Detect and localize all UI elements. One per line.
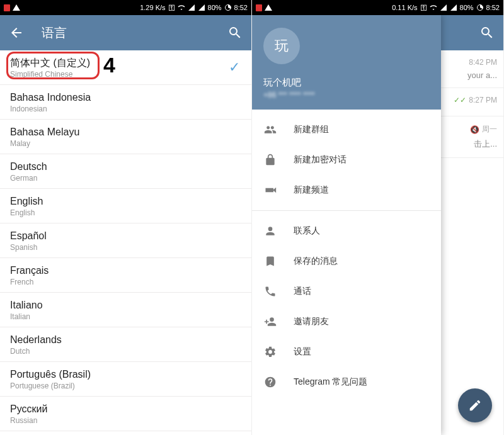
profile-phone: +86 *** **** **** bbox=[263, 91, 430, 99]
lang-sub: Dutch bbox=[10, 347, 241, 356]
net-speed: 0.11 K/s bbox=[392, 4, 417, 11]
language-row[interactable]: Português (Brasil)Portuguese (Brazil) bbox=[0, 362, 251, 397]
chat-time: 8:27 PM bbox=[469, 96, 497, 105]
drawer-item-saved[interactable]: 保存的消息 bbox=[252, 246, 441, 276]
drawer-label: 联系人 bbox=[294, 225, 320, 237]
lang-sub: Simplified Chinese bbox=[10, 70, 241, 79]
lang-label: English bbox=[10, 195, 241, 208]
battery-pct: 80% bbox=[460, 4, 474, 11]
status-bar: 1.29 K/s ⚿ 80% 8:52 bbox=[0, 0, 251, 15]
clock: 8:52 bbox=[486, 4, 500, 11]
back-icon[interactable] bbox=[9, 25, 24, 40]
group-icon bbox=[263, 123, 277, 137]
drawer-item-new-secret[interactable]: 新建加密对话 bbox=[252, 145, 441, 175]
drawer-item-contacts[interactable]: 联系人 bbox=[252, 216, 441, 246]
left-screen: 1.29 K/s ⚿ 80% 8:52 语言 简体中文 (自定义) Simpli… bbox=[0, 0, 252, 435]
drawer-item-new-group[interactable]: 新建群组 bbox=[252, 115, 441, 145]
page-title: 语言 bbox=[42, 25, 67, 42]
drawer-label: 新建频道 bbox=[294, 184, 329, 196]
wifi-icon bbox=[178, 4, 185, 11]
lang-sub: English bbox=[10, 208, 241, 217]
signal-icon bbox=[188, 4, 195, 11]
lang-label: Bahasa Melayu bbox=[10, 126, 241, 138]
language-row[interactable]: NederlandsDutch bbox=[0, 327, 251, 362]
signal-icon bbox=[440, 4, 447, 11]
drawer-label: 保存的消息 bbox=[294, 256, 338, 267]
language-row[interactable]: Bahasa MelayuMalay bbox=[0, 120, 251, 154]
drawer-header: 玩 玩个机吧 +86 *** **** **** bbox=[252, 15, 441, 110]
avatar[interactable]: 玩 bbox=[263, 28, 300, 64]
drawer-item-calls[interactable]: 通话 bbox=[252, 276, 441, 307]
lock-icon bbox=[263, 153, 277, 167]
help-icon bbox=[263, 375, 277, 389]
lang-label: Français bbox=[10, 264, 241, 277]
lang-sub: Indonesian bbox=[10, 105, 241, 113]
wifi-icon bbox=[430, 4, 437, 11]
lang-label: Nederlands bbox=[10, 334, 241, 346]
muted-icon: 🔇 bbox=[470, 125, 479, 134]
lang-label: Italiano bbox=[10, 299, 241, 312]
search-icon[interactable] bbox=[479, 25, 495, 40]
language-row[interactable]: РусскийRussian bbox=[0, 397, 251, 431]
lang-label: Русский bbox=[10, 403, 241, 415]
signal-icon-2 bbox=[450, 4, 457, 11]
drawer-item-new-channel[interactable]: 新建频道 bbox=[252, 175, 441, 205]
language-row[interactable]: 简体中文 (自定义) Simplified Chinese ✓ bbox=[0, 50, 251, 85]
compose-fab[interactable] bbox=[458, 388, 492, 422]
drawer-item-invite[interactable]: 邀请朋友 bbox=[252, 307, 441, 337]
battery-icon bbox=[224, 4, 232, 11]
appbar: 语言 bbox=[0, 15, 251, 50]
warning-icon bbox=[265, 4, 272, 11]
drawer-label: 邀请朋友 bbox=[294, 316, 329, 327]
vpn-key-icon: ⚿ bbox=[168, 4, 175, 11]
avatar-initial: 玩 bbox=[275, 37, 289, 55]
shopping-icon bbox=[4, 4, 10, 11]
warning-icon bbox=[13, 4, 20, 11]
search-icon[interactable] bbox=[227, 25, 243, 40]
language-row[interactable]: EnglishEnglish bbox=[0, 189, 251, 223]
megaphone-icon bbox=[263, 183, 277, 197]
lang-label: Deutsch bbox=[10, 161, 241, 173]
language-row[interactable]: ItalianoItalian bbox=[0, 293, 251, 327]
lang-sub: Italian bbox=[10, 312, 241, 321]
net-speed: 1.29 K/s bbox=[140, 4, 165, 11]
language-row[interactable]: EspañolSpanish bbox=[0, 223, 251, 258]
battery-icon bbox=[476, 4, 484, 11]
language-list: 简体中文 (自定义) Simplified Chinese ✓ Bahasa I… bbox=[0, 50, 251, 435]
drawer-label: 新建加密对话 bbox=[294, 154, 346, 166]
lang-sub: French bbox=[10, 278, 241, 286]
lang-label: 简体中文 (自定义) bbox=[10, 57, 241, 69]
chat-time: 8:42 PM bbox=[469, 58, 497, 67]
status-bar: 0.11 K/s ⚿ 80% 8:52 bbox=[252, 0, 503, 15]
annotation-number: 4 bbox=[103, 53, 115, 77]
drawer-list: 新建群组 新建加密对话 新建频道 联系人 保存的消息 通话 邀请朋友 设置 Te… bbox=[252, 110, 441, 402]
lang-label: Español bbox=[10, 230, 241, 242]
language-row[interactable]: Bahasa IndonesiaIndonesian bbox=[0, 85, 251, 120]
invite-icon bbox=[263, 315, 277, 329]
language-row[interactable]: DeutschGerman bbox=[0, 154, 251, 189]
lang-sub: German bbox=[10, 174, 241, 183]
lang-label: Bahasa Indonesia bbox=[10, 91, 241, 104]
drawer-item-settings[interactable]: 设置 bbox=[252, 337, 441, 367]
language-row[interactable]: УкраїнськаUkrainian bbox=[0, 431, 251, 435]
check-icon: ✓ bbox=[229, 59, 240, 76]
battery-pct: 80% bbox=[208, 4, 222, 11]
drawer-label: 新建群组 bbox=[294, 124, 329, 135]
shopping-icon bbox=[256, 4, 262, 11]
read-checks-icon: ✓✓ bbox=[454, 96, 466, 105]
drawer-label: 设置 bbox=[294, 346, 311, 358]
gear-icon bbox=[263, 345, 277, 359]
pencil-icon bbox=[468, 398, 482, 412]
lang-sub: Malay bbox=[10, 139, 241, 148]
lang-sub: Spanish bbox=[10, 243, 241, 252]
right-screen: 0.11 K/s ⚿ 80% 8:52 8:42 PM your a... ✓✓… bbox=[252, 0, 504, 435]
phone-icon bbox=[263, 285, 277, 298]
lang-label: Português (Brasil) bbox=[10, 368, 241, 381]
drawer-label: Telegram 常见问题 bbox=[294, 376, 367, 388]
drawer-item-faq[interactable]: Telegram 常见问题 bbox=[252, 367, 441, 397]
language-row[interactable]: FrançaisFrench bbox=[0, 258, 251, 293]
person-icon bbox=[263, 224, 277, 238]
lang-sub: Portuguese (Brazil) bbox=[10, 381, 241, 390]
clock: 8:52 bbox=[234, 4, 248, 11]
signal-icon-2 bbox=[198, 4, 205, 11]
